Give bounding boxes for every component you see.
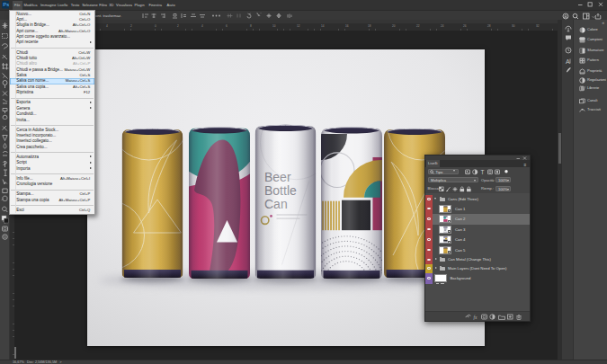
- svg-text:T: T: [480, 169, 484, 175]
- svg-text:Ps: Ps: [3, 2, 9, 7]
- svg-text:fx: fx: [473, 315, 478, 320]
- svg-text:A: A: [566, 58, 570, 64]
